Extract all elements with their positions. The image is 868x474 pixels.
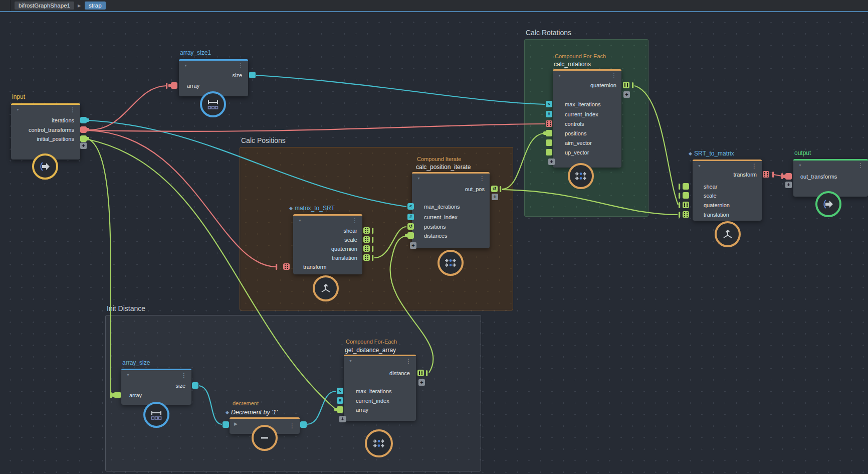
wire-size-decrement[interactable] [199, 386, 222, 424]
menu-icon[interactable]: ⋮ [857, 162, 863, 169]
port-label-array: array [187, 82, 199, 89]
menu-icon[interactable]: ⋮ [405, 358, 411, 365]
port-controls[interactable] [546, 120, 552, 127]
port-quaternion[interactable] [623, 82, 629, 88]
menu-icon[interactable]: ⋮ [181, 372, 187, 379]
port-quaternion-out[interactable] [363, 245, 370, 252]
port-up-vector[interactable] [546, 149, 552, 155]
port-positions[interactable] [546, 130, 552, 136]
port-iterations[interactable] [80, 117, 87, 123]
port-label-control-transforms: control_transforms [29, 126, 74, 133]
port-quaternion-in[interactable] [683, 202, 689, 208]
wire-controls-arraysize1[interactable] [88, 86, 166, 130]
node-calc-rotations[interactable]: Compound For-Each calc_rotations ▼ ⋮ qua… [553, 69, 621, 168]
port-aim-vector[interactable] [546, 139, 552, 146]
port-array[interactable] [171, 82, 177, 89]
port-size[interactable] [192, 382, 198, 389]
port-translation-out[interactable] [363, 254, 370, 261]
collapse-icon[interactable]: ▼ [298, 219, 302, 222]
wire-transform-output[interactable] [774, 175, 782, 176]
port-label-positions: positions [424, 223, 446, 230]
wire-iterations-maxiterations[interactable] [88, 120, 406, 207]
port-label-out-pos: out_pos [465, 186, 485, 193]
port-out-pos[interactable]: ↺ [491, 186, 498, 192]
add-port-button[interactable]: + [418, 379, 425, 386]
port-distances[interactable] [407, 232, 414, 239]
port-control-transforms[interactable] [80, 126, 87, 133]
port-value-in[interactable] [223, 421, 229, 428]
port-transform-out[interactable] [763, 171, 769, 178]
port-distance[interactable] [417, 370, 424, 376]
port-max-iterations[interactable]: < [337, 388, 343, 394]
node-array-size[interactable]: array_size ▼ ⋮ size array [121, 369, 191, 405]
menu-icon[interactable]: ⋮ [70, 106, 76, 113]
port-max-iterations[interactable]: < [407, 203, 414, 210]
node-input[interactable]: input ▼ ⋮ iterations control_transforms … [11, 103, 80, 160]
port-transform-in[interactable] [283, 263, 290, 270]
port-translation-in[interactable] [683, 211, 689, 218]
collapse-icon[interactable]: ▼ [417, 177, 420, 180]
wire-quaternion-quaternion[interactable] [634, 86, 678, 205]
breadcrumb-root[interactable]: bifrostGraphShape1 [15, 2, 74, 10]
add-port-button[interactable]: + [623, 91, 630, 98]
port-size[interactable] [249, 72, 256, 78]
wire-distance-distances[interactable] [390, 236, 433, 373]
port-current-index[interactable]: # [546, 111, 552, 117]
port-max-iterations[interactable]: < [546, 101, 552, 107]
menu-icon[interactable]: ⋮ [611, 72, 617, 79]
port-shear-out[interactable] [363, 227, 370, 234]
menu-icon[interactable]: ⋮ [352, 217, 358, 224]
menu-icon[interactable]: ⋮ [479, 175, 485, 182]
port-value-out[interactable] [300, 421, 307, 428]
add-port-button[interactable]: + [785, 182, 792, 188]
breadcrumb-current[interactable]: strap [85, 2, 106, 10]
port-label-quaternion: quaternion [331, 245, 357, 252]
collapse-icon[interactable]: ▼ [558, 74, 561, 77]
node-accent-strip [11, 103, 80, 105]
diamond-icon: ◆ [289, 206, 293, 211]
collapse-icon[interactable]: ▼ [798, 164, 802, 167]
node-matrix-to-srt[interactable]: ◆ matrix_to_SRT ▼ ⋮ shear scale quaterni… [293, 214, 362, 274]
menu-icon[interactable]: ⋮ [289, 422, 295, 429]
port-out-transforms[interactable] [785, 173, 792, 180]
add-port-button[interactable]: + [80, 142, 87, 149]
collapse-icon[interactable]: ▼ [698, 164, 701, 168]
port-initial-positions[interactable] [80, 135, 87, 142]
port-label-positions: positions [565, 130, 586, 137]
wire-size1-maxiterations[interactable] [256, 75, 545, 104]
run-icon: ▶ [234, 421, 238, 426]
port-label-scale: scale [344, 236, 357, 243]
node-array-size1[interactable]: array_size1 ▼ ⋮ size array [179, 59, 248, 96]
collapse-icon[interactable]: ▼ [184, 64, 187, 67]
port-label-distances: distances [424, 232, 447, 239]
wire-outpos-translation[interactable] [502, 190, 678, 215]
port-current-index[interactable]: # [337, 397, 343, 404]
add-port-button[interactable]: + [548, 159, 555, 165]
collapse-icon[interactable]: ▼ [16, 108, 20, 111]
menu-icon[interactable]: ⋮ [238, 62, 244, 69]
port-current-index[interactable]: # [407, 214, 414, 220]
port-array[interactable] [337, 406, 343, 413]
iterate-icon [444, 256, 458, 270]
menu-icon[interactable]: ⋮ [751, 163, 757, 170]
collapse-icon[interactable]: ▼ [126, 373, 130, 377]
wire-outpos-rotpositions[interactable] [502, 133, 545, 189]
node-accent-strip [293, 214, 362, 216]
node-get-distance-array[interactable]: Compound For-Each get_distance_array ▼ ⋮… [344, 355, 416, 421]
wire-controls-matrixtosrt[interactable] [88, 130, 276, 267]
node-calc-position-iterate[interactable]: Compound Iterate calc_position_iterate ▼… [412, 172, 490, 248]
node-srt-to-matrix[interactable]: ◆ SRT_to_matrix ▼ ⋮ transform shear scal… [693, 160, 762, 221]
wire-positions-arraysize[interactable] [88, 139, 111, 393]
port-label-transform: transform [303, 263, 326, 270]
port-positions[interactable]: ↺ [407, 223, 414, 230]
add-port-button[interactable]: + [339, 416, 346, 422]
port-shear-in[interactable] [683, 183, 689, 190]
add-port-button[interactable]: + [492, 194, 498, 200]
collapse-icon[interactable]: ▼ [349, 359, 352, 363]
port-scale-out[interactable] [363, 236, 370, 243]
port-array[interactable] [114, 392, 121, 398]
port-scale-in[interactable] [683, 192, 689, 199]
add-port-button[interactable]: + [410, 242, 416, 249]
wire-translation-positions[interactable] [374, 227, 406, 258]
node-graph-canvas[interactable]: Calc Rotations Calc Positions Init Dista… [0, 12, 868, 474]
